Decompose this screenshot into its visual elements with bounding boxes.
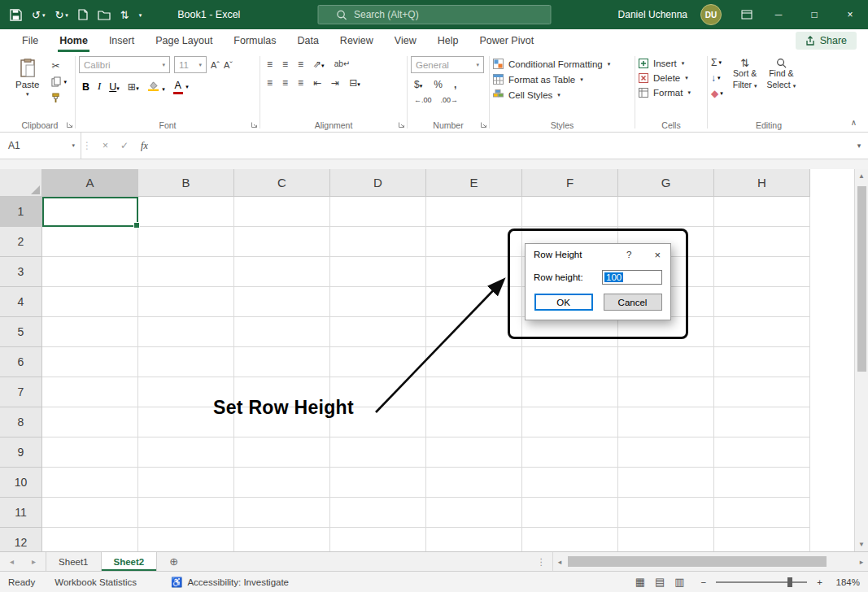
cell-d2[interactable] bbox=[330, 227, 426, 257]
conditional-formatting-button[interactable]: Conditional Formatting ▾ bbox=[493, 59, 631, 69]
save-icon[interactable] bbox=[10, 9, 22, 21]
cancel-button[interactable]: Cancel bbox=[604, 294, 662, 311]
wrap-text-button[interactable]: ab↵ bbox=[334, 60, 351, 68]
cell-a11[interactable] bbox=[42, 498, 138, 528]
new-file-icon[interactable] bbox=[78, 9, 88, 20]
vertical-scrollbar[interactable]: ▲ ▼ bbox=[854, 169, 868, 551]
maximize-button[interactable]: □ bbox=[796, 0, 832, 29]
scroll-up-icon[interactable]: ▲ bbox=[855, 169, 868, 183]
copy-button[interactable]: ▾ bbox=[51, 76, 67, 87]
cell-d10[interactable] bbox=[330, 468, 426, 498]
cell-b6[interactable] bbox=[138, 347, 234, 377]
cell-g8[interactable] bbox=[618, 407, 714, 437]
currency-format-button[interactable]: $▾ bbox=[414, 79, 422, 90]
cell-h1[interactable] bbox=[714, 197, 810, 227]
column-header-b[interactable]: B bbox=[138, 169, 234, 197]
user-name[interactable]: Daniel Uchenna bbox=[618, 9, 687, 20]
cell-g12[interactable] bbox=[618, 528, 714, 551]
cell-f10[interactable] bbox=[522, 468, 618, 498]
cell-a1[interactable] bbox=[42, 197, 138, 227]
cell-b9[interactable] bbox=[138, 437, 234, 468]
cell-e1[interactable] bbox=[426, 197, 522, 227]
cell-b2[interactable] bbox=[138, 227, 234, 257]
page-layout-view-button[interactable]: ▤ bbox=[655, 576, 665, 588]
formula-input[interactable] bbox=[158, 133, 850, 159]
cell-d5[interactable] bbox=[330, 317, 426, 347]
cell-c11[interactable] bbox=[234, 498, 330, 528]
merge-center-button[interactable]: ⊟▾ bbox=[349, 77, 360, 89]
search-box[interactable]: Search (Alt+Q) bbox=[317, 5, 551, 24]
normal-view-button[interactable]: ▦ bbox=[635, 576, 645, 588]
dialog-help-button[interactable]: ? bbox=[626, 250, 631, 259]
zoom-slider[interactable] bbox=[716, 581, 807, 583]
cut-button[interactable]: ✂ bbox=[51, 61, 67, 71]
cell-a3[interactable] bbox=[42, 257, 138, 287]
cell-c3[interactable] bbox=[234, 257, 330, 287]
cell-d3[interactable] bbox=[330, 257, 426, 287]
cell-d12[interactable] bbox=[330, 528, 426, 551]
column-header-e[interactable]: E bbox=[426, 169, 522, 197]
clipboard-dialog-launcher[interactable] bbox=[66, 121, 73, 128]
align-right-button[interactable]: ≡ bbox=[298, 78, 303, 88]
row-height-input[interactable]: 100 bbox=[602, 270, 662, 285]
cell-a10[interactable] bbox=[42, 468, 138, 498]
cell-a12[interactable] bbox=[42, 528, 138, 551]
cell-a6[interactable] bbox=[42, 347, 138, 377]
cell-a2[interactable] bbox=[42, 227, 138, 257]
cell-f1[interactable] bbox=[522, 197, 618, 227]
close-button[interactable]: × bbox=[832, 0, 868, 29]
sheet-tab-sheet2[interactable]: Sheet2 bbox=[102, 552, 158, 571]
cell-a7[interactable] bbox=[42, 377, 138, 407]
font-size-select[interactable]: 11 ▾ bbox=[174, 56, 207, 73]
cell-c9[interactable] bbox=[234, 437, 330, 468]
cell-e11[interactable] bbox=[426, 498, 522, 528]
row-header-2[interactable]: 2 bbox=[0, 227, 42, 257]
cell-b12[interactable] bbox=[138, 528, 234, 551]
page-break-view-button[interactable]: ▥ bbox=[674, 576, 684, 588]
cell-g6[interactable] bbox=[618, 347, 714, 377]
cell-d11[interactable] bbox=[330, 498, 426, 528]
open-folder-icon[interactable] bbox=[98, 10, 111, 20]
cell-h2[interactable] bbox=[714, 227, 810, 257]
increase-font-size-button[interactable]: Aˆ bbox=[211, 60, 220, 70]
sort-filter-button[interactable]: ⇅ Sort & Filter ▾ bbox=[733, 58, 757, 98]
scroll-left-icon[interactable]: ◂ bbox=[553, 558, 566, 566]
cell-f12[interactable] bbox=[522, 528, 618, 551]
cell-c6[interactable] bbox=[234, 347, 330, 377]
row-header-9[interactable]: 9 bbox=[0, 437, 42, 468]
collapse-ribbon-button[interactable]: ∧ bbox=[851, 118, 857, 127]
cell-e8[interactable] bbox=[426, 407, 522, 437]
select-all-corner[interactable] bbox=[0, 169, 42, 197]
tab-file[interactable]: File bbox=[11, 29, 49, 52]
cell-a9[interactable] bbox=[42, 437, 138, 468]
italic-button[interactable]: I bbox=[98, 81, 101, 93]
sheet-tab-sheet1[interactable]: Sheet1 bbox=[46, 552, 101, 571]
alignment-dialog-launcher[interactable] bbox=[398, 121, 405, 128]
cell-h4[interactable] bbox=[714, 287, 810, 317]
cell-b11[interactable] bbox=[138, 498, 234, 528]
autosum-button[interactable]: Σ▾ bbox=[711, 58, 723, 67]
tab-page-layout[interactable]: Page Layout bbox=[145, 29, 223, 52]
cell-g10[interactable] bbox=[618, 468, 714, 498]
cell-c12[interactable] bbox=[234, 528, 330, 551]
cell-e10[interactable] bbox=[426, 468, 522, 498]
row-header-10[interactable]: 10 bbox=[0, 468, 42, 498]
format-painter-button[interactable] bbox=[51, 93, 67, 103]
tab-help[interactable]: Help bbox=[427, 29, 469, 52]
font-color-button[interactable]: A ▾ bbox=[173, 80, 189, 94]
cancel-entry-icon[interactable]: × bbox=[103, 140, 108, 151]
cell-h7[interactable] bbox=[714, 377, 810, 407]
tab-review[interactable]: Review bbox=[329, 29, 384, 52]
scroll-down-icon[interactable]: ▼ bbox=[855, 538, 868, 551]
decrease-indent-button[interactable]: ⇤ bbox=[313, 78, 321, 88]
tab-home[interactable]: Home bbox=[49, 29, 98, 52]
align-center-button[interactable]: ≡ bbox=[282, 78, 288, 88]
column-header-g[interactable]: G bbox=[618, 169, 714, 197]
cell-g9[interactable] bbox=[618, 437, 714, 468]
cell-c4[interactable] bbox=[234, 287, 330, 317]
cell-h9[interactable] bbox=[714, 437, 810, 468]
zoom-in-button[interactable]: + bbox=[817, 577, 822, 587]
borders-button[interactable]: ⊞▾ bbox=[128, 81, 139, 93]
row-header-4[interactable]: 4 bbox=[0, 287, 42, 317]
increase-indent-button[interactable]: ⇥ bbox=[331, 78, 339, 88]
